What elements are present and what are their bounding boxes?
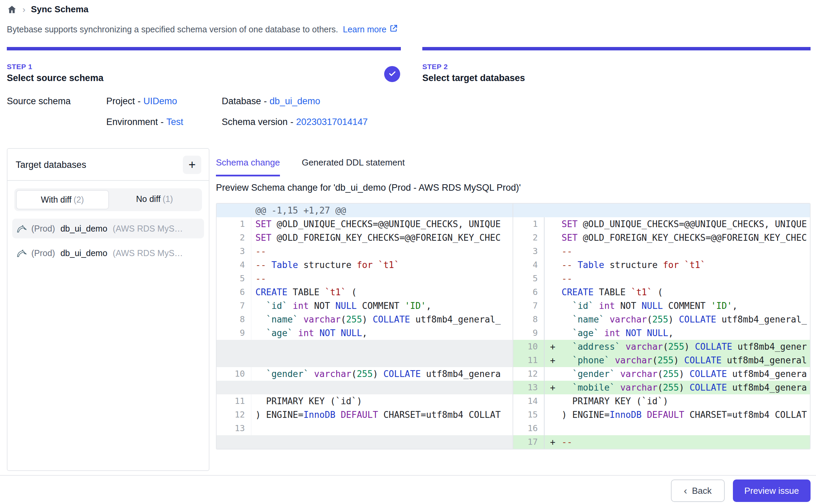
diff-line: 2SET @OLD_FOREIGN_KEY_CHECKS=@@FOREIGN_K… [217, 231, 513, 245]
with-diff-count: (2) [74, 195, 84, 204]
diff-line: 7 `id` int NOT NULL COMMENT 'ID', [513, 299, 810, 313]
source-schema-summary: Source schema Project-UIDemo Database-db… [7, 96, 368, 127]
diff-line: 3-- [217, 245, 513, 258]
diff-line: 6CREATE TABLE `t1` ( [513, 285, 810, 299]
check-icon [388, 69, 397, 79]
diff-line: 4-- Table structure for `t1` [513, 258, 810, 272]
description-text: Bytebase supports synchronizing a specif… [7, 25, 338, 34]
tab-no-diff[interactable]: No diff(1) [109, 190, 201, 209]
schema-version-link[interactable]: 20230317014147 [296, 117, 368, 127]
step-1-progress-bar [7, 47, 401, 50]
step-1-label: STEP 1 [7, 63, 401, 71]
diff-line: 14 PRIMARY KEY (`id`) [513, 394, 810, 408]
diff-filler-line [217, 340, 513, 353]
step-2: STEP 2 Select target databases [422, 47, 811, 83]
diff-line: 12) ENGINE=InnoDB DEFAULT CHARSET=utf8mb… [217, 408, 513, 422]
step-1-title: Select source schema [7, 73, 401, 83]
no-diff-count: (1) [162, 194, 173, 204]
breadcrumb: › Sync Schema [7, 4, 89, 15]
field-environment: Environment-Test [106, 117, 222, 127]
diff-line: 5-- [217, 272, 513, 285]
diff-line: 8 `name` varchar(255) COLLATE utf8mb4_ge… [513, 313, 810, 326]
diff-line: 2SET @OLD_FOREIGN_KEY_CHECKS=@@FOREIGN_K… [513, 231, 810, 245]
target-database-item-1[interactable]: (Prod) db_ui_demo (AWS RDS MyS… [12, 219, 204, 238]
footer-actions: ‹ Back Preview issue [671, 479, 811, 502]
field-schema-version: Schema version-20230317014147 [222, 117, 368, 127]
diff-line: 6CREATE TABLE `t1` ( [217, 285, 513, 299]
preview-tabs: Schema change Generated DDL statement [216, 157, 405, 176]
diff-line: 11+ `phone` varchar(255) COLLATE utf8mb4… [513, 353, 810, 367]
target-databases-title: Target databases [16, 160, 86, 170]
diff-filler-line [217, 435, 513, 449]
diff-hunk-header: @@ -1,15 +1,27 @@ [217, 204, 513, 217]
diff-line: 9 `age` int NOT NULL, [513, 326, 810, 340]
diff-line: 11 PRIMARY KEY (`id`) [217, 394, 513, 408]
stepper: STEP 1 Select source schema STEP 2 Selec… [7, 47, 811, 83]
field-database: Database-db_ui_demo [222, 96, 368, 107]
learn-more-link[interactable]: Learn more [343, 24, 398, 35]
add-target-database-button[interactable]: + [183, 156, 201, 174]
project-link[interactable]: UIDemo [143, 96, 177, 106]
diff-line: 4-- Table structure for `t1` [217, 258, 513, 272]
diff-line: 3-- [513, 245, 810, 258]
page-title: Sync Schema [31, 4, 89, 15]
diff-line: 8 `name` varchar(255) COLLATE utf8mb4_ge… [217, 313, 513, 326]
diff-line: 10 `gender` varchar(255) COLLATE utf8mb4… [217, 367, 513, 381]
environment-link[interactable]: Test [167, 117, 184, 127]
diff-pane-target: 1SET @OLD_UNIQUE_CHECKS=@@UNIQUE_CHECKS,… [513, 204, 810, 449]
step-1: STEP 1 Select source schema [7, 47, 401, 83]
step-2-label: STEP 2 [422, 63, 811, 71]
diff-line: 5-- [513, 272, 810, 285]
target-databases-panel: Target databases + With diff(2) No diff(… [7, 148, 209, 471]
db-instance-detail: (AWS RDS MyS… [113, 224, 183, 234]
sync-schema-page: › Sync Schema Bytebase supports synchron… [0, 0, 816, 504]
diff-line: 1SET @OLD_UNIQUE_CHECKS=@@UNIQUE_CHECKS,… [217, 217, 513, 231]
diff-line: 13+ `mobile` varchar(255) COLLATE utf8mb… [513, 381, 810, 394]
target-database-item-2[interactable]: (Prod) db_ui_demo (AWS RDS MyS… [12, 243, 204, 263]
step-complete-badge [384, 66, 400, 82]
db-environment: (Prod) [31, 248, 55, 258]
external-link-icon [389, 24, 398, 35]
mysql-icon [16, 248, 28, 258]
home-icon[interactable] [7, 4, 17, 15]
diff-filler-line [217, 381, 513, 394]
db-instance-detail: (AWS RDS MyS… [113, 248, 183, 258]
chevron-right-icon: › [22, 5, 26, 14]
step-2-title: Select target databases [422, 73, 811, 83]
diff-line: 13 [217, 422, 513, 435]
chevron-left-icon: ‹ [684, 486, 687, 496]
diff-line: 17+-- [513, 435, 810, 449]
source-schema-label: Source schema [7, 96, 106, 127]
step-2-progress-bar [422, 47, 811, 50]
diff-line: 1SET @OLD_UNIQUE_CHECKS=@@UNIQUE_CHECKS,… [513, 217, 810, 231]
footer-divider [0, 475, 816, 476]
diff-line: 16 [513, 422, 810, 435]
schema-diff-editor[interactable]: @@ -1,15 +1,27 @@1SET @OLD_UNIQUE_CHECKS… [216, 203, 811, 450]
preview-issue-button[interactable]: Preview issue [733, 479, 811, 502]
tab-generated-ddl[interactable]: Generated DDL statement [302, 157, 405, 176]
diff-line: 7 `id` int NOT NULL COMMENT 'ID', [217, 299, 513, 313]
mysql-icon [16, 223, 28, 234]
diff-line: 9 `age` int NOT NULL, [217, 326, 513, 340]
diff-hunk-header [513, 204, 810, 217]
tab-with-diff[interactable]: With diff(2) [16, 190, 109, 209]
diff-pane-source: @@ -1,15 +1,27 @@1SET @OLD_UNIQUE_CHECKS… [217, 204, 513, 449]
preview-title: Preview Schema change for 'db_ui_demo (P… [216, 183, 521, 193]
db-name: db_ui_demo [60, 224, 107, 234]
db-environment: (Prod) [31, 224, 55, 234]
database-link[interactable]: db_ui_demo [270, 96, 320, 106]
tab-schema-change[interactable]: Schema change [216, 157, 280, 176]
diff-line: 10+ `address` varchar(255) COLLATE utf8m… [513, 340, 810, 353]
plus-icon: + [188, 159, 195, 171]
page-description: Bytebase supports synchronizing a specif… [7, 24, 398, 35]
diff-filler-line [217, 353, 513, 367]
diff-filter-tabs: With diff(2) No diff(1) [14, 188, 202, 211]
target-database-list: (Prod) db_ui_demo (AWS RDS MyS… (Prod) d… [12, 219, 204, 263]
db-name: db_ui_demo [60, 248, 107, 258]
diff-line: 15) ENGINE=InnoDB DEFAULT CHARSET=utf8mb… [513, 408, 810, 422]
diff-line: 12 `gender` varchar(255) COLLATE utf8mb4… [513, 367, 810, 381]
field-project: Project-UIDemo [106, 96, 222, 107]
back-button[interactable]: ‹ Back [671, 479, 725, 502]
